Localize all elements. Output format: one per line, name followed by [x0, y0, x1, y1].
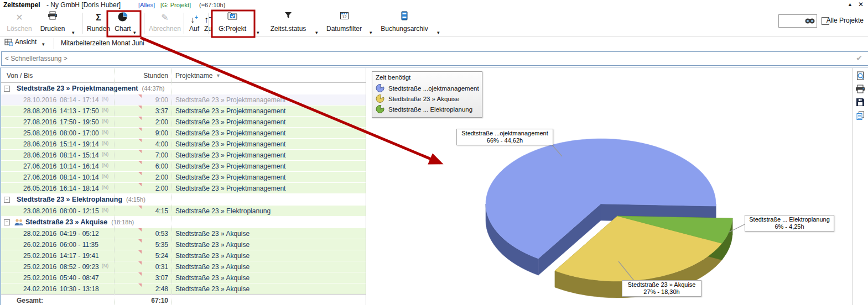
table-row[interactable]: 27.06.201608:14 - 10:14(N) 2:00 Stedtstr… [1, 172, 366, 183]
timestamp-status-dropdown-icon[interactable]: ▾ [315, 30, 318, 35]
collapse-window-icon[interactable]: ▲ [848, 2, 853, 7]
collapse-toggle-icon[interactable]: − [4, 197, 10, 203]
app-title: Zeitstempel [3, 1, 40, 9]
billing-pen-icon: ✎ [148, 11, 181, 24]
floppy-disk-icon [856, 98, 865, 107]
table-row[interactable]: 28.10.201608:14 - 17:14(N) 9:00 Stedtstr… [1, 94, 366, 106]
table-row[interactable]: 25.02.201614:17 - 19:41 5:24 Stedtstraße… [1, 250, 366, 261]
legend-title: Zeit benötigt [376, 74, 479, 81]
table-body: − Stedtstraße 23 » Projektmanagement(44:… [1, 83, 366, 295]
copy-button[interactable] [855, 111, 865, 121]
table-footer-row: Gesamt: 67:10 [1, 295, 366, 305]
group-row[interactable]: − Stedtstraße 23 » Elektroplanung(4:15h) [1, 194, 366, 206]
chart-side-toolbar [852, 67, 868, 305]
title-bar: Zeitstempel - Ny GmbH [Doris Huber] [All… [0, 0, 868, 10]
total-hours: 67:10 [114, 297, 168, 304]
booking-archive-button[interactable]: Buchungsarchiv [378, 11, 430, 35]
table-row[interactable]: 26.02.201606:00 - 11:35 5:35 Stedtstraße… [1, 239, 366, 250]
table-row[interactable]: 24.02.201610:30 - 13:18 2:48 Stedtstraße… [1, 283, 366, 295]
collapse-toggle-icon[interactable]: − [4, 219, 10, 225]
binoculars-icon [804, 17, 815, 24]
table-row[interactable]: 27.06.201610:14 - 16:14(N) 6:00 Stedtstr… [1, 161, 366, 172]
view-bar: Ansicht ▾ Mitarbeiterzeiten Monat Juni [0, 37, 868, 50]
timestamp-status-button[interactable]: Zeitst.status [266, 11, 311, 35]
filter-tag-alles: [Alles] [138, 2, 155, 8]
sigma-icon: Σ [86, 11, 111, 24]
delete-button[interactable]: ✕ Löschen [6, 11, 33, 35]
window-title: - Ny GmbH [Doris Huber] [46, 1, 121, 9]
project-group-button[interactable]: G:Projekt [215, 11, 250, 35]
current-view-name: Mitarbeiterzeiten Monat Juni [61, 39, 144, 47]
printer-icon [37, 11, 69, 24]
preview-button[interactable] [855, 71, 865, 81]
group-row[interactable]: − Stedtstraße 23 » Akquise(18:18h) [1, 217, 366, 228]
legend-item: Stedtstraße 23 » Akquise [376, 93, 479, 104]
booking-archive-dropdown-icon[interactable]: ▾ [437, 30, 440, 35]
all-projects-label: Alle Projekte [827, 17, 864, 24]
chart-dropdown-icon[interactable]: ▾ [133, 30, 136, 35]
table-header: Von / Bis Stunden Projektname ▼ [1, 68, 366, 83]
project-group-dropdown-icon[interactable]: ▾ [257, 30, 259, 35]
filter-tag-projekt: [G: Projekt] [160, 2, 191, 8]
team-icon [14, 218, 24, 228]
table-row[interactable]: 28.02.201604:19 - 05:12 0:53 Stedtstraße… [1, 228, 366, 239]
close-window-icon[interactable]: ✕ [858, 1, 864, 8]
clock-out-button[interactable]: ↑− Zu [201, 11, 215, 35]
pie-slice-icon [376, 83, 385, 93]
date-filter-dropdown-icon[interactable]: ▾ [370, 30, 372, 35]
clock-in-button[interactable]: ↓+ Auf [187, 11, 201, 35]
legend-item: Stedtstraße ...ojektmanagement [376, 83, 479, 93]
pie-slice-icon [376, 94, 385, 103]
table-row[interactable]: 28.06.201608:14 - 15:14(N) 7:00 Stedtstr… [1, 150, 366, 161]
search-box [778, 14, 817, 28]
view-dropdown-icon[interactable]: ▾ [42, 41, 45, 47]
quick-entry-input[interactable] [1, 51, 868, 66]
column-header-von-bis[interactable]: Von / Bis [7, 72, 33, 80]
print-chart-button[interactable] [855, 85, 865, 94]
total-hours-badge: (=67:10h) [199, 2, 225, 8]
total-label: Gesamt: [17, 297, 43, 304]
copy-pages-icon [856, 111, 865, 120]
main-toolbar: ✕ Löschen Drucken ▾ Σ Runden Chart ▾ ✎ A… [0, 10, 868, 37]
save-button[interactable] [855, 98, 865, 108]
table-row[interactable]: 23.08.201608:00 - 12:15(N) 4:15 Stedtstr… [1, 206, 366, 217]
svg-text:12: 12 [342, 15, 346, 19]
pie-label-elektroplanung: Stedtstraße ... Elektroplanung 6% - 4,25… [745, 215, 834, 232]
table-row[interactable]: 25.02.201605:40 - 08:47 3:07 Stedtstraße… [1, 272, 366, 283]
page-magnifier-icon [856, 71, 865, 81]
arrow-down-icon: ↓ [190, 15, 195, 24]
table-row[interactable]: 28.08.201614:13 - 17:50(N) 3:37 Stedtstr… [1, 106, 366, 117]
view-button[interactable]: Ansicht [4, 38, 37, 49]
column-header-projektname[interactable]: Projektname [175, 72, 212, 80]
table-row[interactable]: 26.05.201616:14 - 18:14(N) 2:00 Stedtstr… [1, 183, 366, 194]
date-filter-button[interactable]: 12 Datumsfilter [323, 11, 365, 35]
delete-x-icon: ✕ [6, 11, 33, 24]
group-row[interactable]: − Stedtstraße 23 » Projektmanagement(44:… [1, 83, 366, 94]
search-input[interactable] [780, 16, 805, 26]
print-button[interactable]: Drucken [37, 11, 69, 35]
sort-descending-icon[interactable]: ▼ [216, 73, 221, 78]
collapse-toggle-icon[interactable]: − [4, 86, 10, 92]
table-row[interactable]: 27.08.201617:50 - 19:50(N) 2:00 Stedtstr… [1, 117, 366, 128]
filter-funnel-icon [266, 11, 311, 24]
printer-icon [855, 85, 865, 93]
plus-icon: + [195, 14, 198, 20]
table-row[interactable]: 25.02.201608:52 - 09:23(N) 0:31 Stedtstr… [1, 261, 366, 272]
chart-button[interactable]: Chart [111, 11, 135, 35]
legend-item: Stedtstraße ... Elektroplanung [376, 104, 479, 114]
pie-label-akquise: Stedtstraße 23 » Akquise 27% - 18,30h [622, 280, 701, 297]
quick-entry-bar: ✔ [0, 51, 868, 67]
pie-chart-icon [111, 11, 135, 24]
table-row[interactable]: 28.06.201615:14 - 19:14(N) 4:00 Stedtstr… [1, 139, 366, 150]
time-entries-table: Von / Bis Stunden Projektname ▼ − Stedts… [0, 67, 366, 305]
arrow-up-icon: ↑ [204, 15, 209, 24]
billing-button[interactable]: ✎ Abrechnen [148, 11, 181, 35]
column-header-stunden[interactable]: Stunden [141, 72, 168, 80]
folder-check-icon [215, 11, 250, 24]
table-row[interactable]: 25.08.201608:00 - 17:00(N) 9:00 Stedtstr… [1, 128, 366, 139]
grid-view-icon [4, 38, 13, 48]
confirm-check-icon[interactable]: ✔ [856, 54, 862, 62]
round-button[interactable]: Σ Runden [86, 11, 111, 35]
print-dropdown-icon[interactable]: ▾ [72, 30, 75, 35]
archive-icon [378, 11, 430, 24]
